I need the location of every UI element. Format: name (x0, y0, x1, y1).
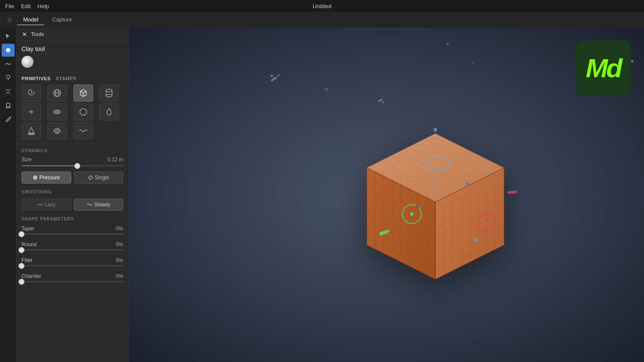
lazy-button[interactable]: Lazy (21, 199, 71, 211)
brush-cursor-green-center (410, 212, 413, 216)
main-area: Tools Clay tool PRIMITIVES STAMPS (0, 27, 644, 362)
erase-tool-button[interactable] (2, 99, 15, 112)
fillet-label: Fillet (21, 257, 32, 263)
md-logo-text: Md (586, 55, 621, 81)
primitives-stamps-tabs: PRIMITIVES STAMPS (16, 72, 128, 83)
smooth-tool-button[interactable] (2, 57, 15, 70)
edit-menu[interactable]: Edit (21, 3, 30, 9)
primitives-grid (16, 83, 128, 143)
fillet-thumb[interactable] (18, 263, 24, 269)
svg-point-12 (106, 94, 112, 97)
tab-model[interactable]: Model (17, 15, 44, 25)
particle (277, 74, 280, 77)
round-thumb[interactable] (18, 247, 24, 253)
single-button[interactable]: Single (74, 172, 124, 184)
clay-tool-name: Clay tool (21, 45, 123, 52)
svg-point-0 (6, 48, 10, 52)
brush-dot-1 (416, 205, 419, 208)
svg-rect-74 (507, 191, 515, 194)
prim-torus-btn[interactable] (47, 103, 67, 121)
size-slider-track[interactable] (21, 165, 123, 166)
svg-point-19 (33, 175, 37, 180)
clay-tool-button[interactable] (2, 44, 15, 57)
steady-button[interactable]: Steady (74, 199, 124, 211)
primitives-tab[interactable]: PRIMITIVES (21, 76, 51, 81)
chamfer-param: Chamfer 0% (16, 271, 128, 283)
prim-eye-btn[interactable] (47, 122, 67, 139)
divider-1 (16, 144, 128, 144)
taper-param: Taper 0% (16, 223, 128, 235)
file-menu[interactable]: File (5, 3, 14, 9)
prim-wave-btn[interactable] (73, 122, 93, 139)
prim-arrow-btn[interactable] (21, 103, 41, 121)
dynamics-label: DYNAMICS (16, 145, 128, 155)
prim-sphere-btn[interactable] (47, 84, 67, 102)
svg-point-20 (89, 176, 92, 179)
center-dot (434, 179, 437, 182)
red-arrow-marker (507, 190, 517, 194)
svg-point-18 (56, 130, 58, 132)
size-slider-thumb[interactable] (74, 163, 80, 169)
tools-header: Tools (16, 27, 128, 41)
help-menu[interactable]: Help (37, 3, 49, 9)
taper-slider[interactable] (21, 233, 123, 235)
prim-cylinder-btn[interactable] (99, 84, 119, 102)
tab-bar: ⌂ Model Capture (0, 12, 644, 27)
taper-value: 0% (116, 226, 123, 232)
dot-top-right (466, 182, 469, 186)
chamfer-slider[interactable] (21, 281, 123, 282)
clay-brush-preview[interactable] (21, 56, 33, 68)
size-slider-fill (21, 165, 77, 166)
particle (326, 90, 328, 91)
steady-icon (87, 202, 93, 207)
adobe-md-logo: Md (575, 40, 631, 96)
prim-spiral-btn[interactable] (21, 84, 41, 102)
tools-panel-label: Tools (31, 31, 44, 37)
pinch-tool-button[interactable] (2, 85, 15, 98)
particle (270, 75, 273, 77)
menu-bar: File Edit Help Untitled (0, 0, 644, 12)
svg-rect-4 (6, 103, 10, 107)
stamp-tool-button[interactable] (2, 71, 15, 84)
svg-marker-75 (515, 190, 517, 194)
paint-tool-button[interactable] (2, 112, 15, 125)
size-label: Size (21, 157, 31, 163)
fillet-slider[interactable] (21, 265, 123, 266)
taper-thumb[interactable] (18, 231, 24, 237)
prim-droplet-btn[interactable] (99, 103, 119, 121)
tool-icons-strip (0, 27, 16, 362)
size-row: Size 0.12 m (16, 155, 128, 164)
svg-point-11 (106, 89, 112, 92)
prim-cube-btn[interactable] (73, 84, 93, 102)
svg-point-15 (54, 110, 61, 114)
clay-tool-section: Clay tool (16, 41, 128, 72)
particle (382, 101, 384, 103)
fillet-param: Fillet 0% (16, 255, 128, 267)
prim-cone-btn[interactable] (21, 122, 41, 139)
prim-capsule-btn[interactable] (73, 103, 93, 121)
dot-right (474, 238, 478, 241)
stamps-tab[interactable]: STAMPS (56, 76, 76, 81)
cube-svg (354, 121, 517, 284)
round-slider[interactable] (21, 249, 123, 250)
3d-cube[interactable] (354, 121, 517, 285)
svg-point-16 (55, 111, 59, 113)
chamfer-thumb[interactable] (18, 279, 24, 285)
chamfer-value: 0% (116, 273, 123, 279)
lazy-icon (37, 202, 43, 207)
select-tool-button[interactable] (2, 30, 15, 43)
single-icon (88, 175, 93, 180)
tools-header-icon (21, 31, 27, 37)
round-label: Round (21, 241, 36, 247)
svg-line-8 (80, 91, 83, 93)
svg-point-1 (6, 75, 10, 78)
chamfer-label: Chamfer (21, 273, 41, 279)
pressure-button[interactable]: Pressure (21, 172, 71, 184)
home-button[interactable]: ⌂ (3, 14, 15, 26)
particle (472, 62, 474, 63)
tab-capture[interactable]: Capture (46, 15, 78, 25)
pressure-single-row: Pressure Single (16, 169, 128, 186)
tool-panel: Tools Clay tool PRIMITIVES STAMPS (16, 27, 129, 362)
smoothing-label: SMOOTHING (16, 186, 128, 196)
viewport[interactable]: Md (129, 27, 644, 362)
